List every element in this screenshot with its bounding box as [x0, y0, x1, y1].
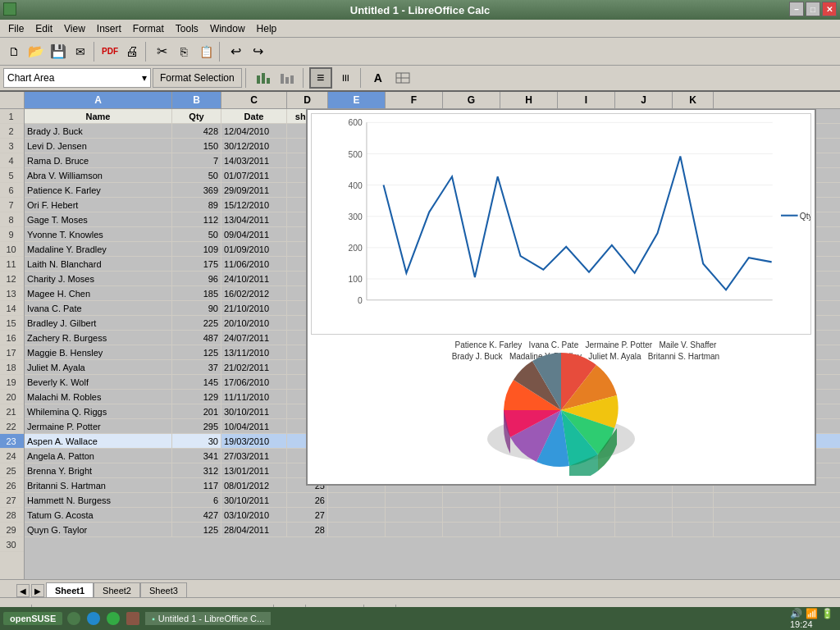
cell-qty-12[interactable]: 96: [172, 272, 221, 285]
cell-qty-9[interactable]: 50: [172, 227, 221, 241]
cell-date-13[interactable]: 16/02/2012: [221, 286, 287, 300]
network-icon[interactable]: 📶: [806, 608, 818, 619]
header-name[interactable]: Name: [25, 109, 172, 123]
header-date[interactable]: Date: [221, 109, 287, 123]
cell-qty-28[interactable]: 427: [172, 508, 221, 522]
cell-name-20[interactable]: Malachi M. Robles: [25, 390, 172, 404]
cell-name-4[interactable]: Rama D. Bruce: [25, 153, 172, 167]
chart-type-bar[interactable]: [252, 67, 275, 89]
cell-name-12[interactable]: Charity J. Moses: [25, 272, 172, 285]
menu-edit[interactable]: Edit: [30, 21, 57, 36]
close-button[interactable]: ✕: [822, 2, 837, 16]
volume-icon[interactable]: 🔊: [790, 608, 802, 619]
pdf-button[interactable]: PDF: [99, 41, 121, 62]
firefox-icon[interactable]: [67, 612, 80, 625]
minimize-button[interactable]: –: [789, 2, 804, 16]
cell-name-27[interactable]: Hammett N. Burgess: [25, 493, 172, 507]
col-header-a[interactable]: A: [25, 92, 172, 108]
window-controls[interactable]: – □ ✕: [789, 2, 837, 16]
col-header-f[interactable]: F: [386, 92, 443, 108]
cell-name-26[interactable]: Britanni S. Hartman: [25, 478, 172, 492]
cell-date-24[interactable]: 27/03/2011: [221, 449, 287, 463]
cell-qty-23[interactable]: 30: [172, 434, 221, 448]
cell-g-29[interactable]: [443, 523, 500, 536]
cell-name-21[interactable]: Whilemina Q. Riggs: [25, 404, 172, 418]
table-row[interactable]: Tatum G. Acosta 427 03/10/2010 27: [25, 508, 840, 523]
cell-e-28[interactable]: [328, 508, 386, 522]
format-selection-button[interactable]: Format Selection: [153, 68, 242, 88]
sheet-tab-2[interactable]: Sheet2: [94, 582, 140, 597]
cell-date-18[interactable]: 21/02/2011: [221, 360, 287, 374]
menu-insert[interactable]: Insert: [92, 21, 126, 36]
cell-qty-6[interactable]: 369: [172, 183, 221, 197]
cell-i-28[interactable]: [558, 508, 615, 522]
print-button[interactable]: 🖨: [121, 41, 143, 62]
chart-data-rows[interactable]: ≡: [309, 67, 332, 89]
cell-date-28[interactable]: 03/10/2010: [221, 508, 287, 522]
menu-help[interactable]: Help: [252, 21, 282, 36]
cell-qty-21[interactable]: 201: [172, 404, 221, 418]
cell-j-27[interactable]: [615, 493, 673, 507]
col-header-i[interactable]: I: [558, 92, 615, 108]
cell-date-12[interactable]: 24/10/2011: [221, 272, 287, 285]
cell-name-5[interactable]: Abra V. Williamson: [25, 168, 172, 182]
cell-f-29[interactable]: [386, 523, 443, 536]
cell-i-27[interactable]: [558, 493, 615, 507]
cell-date-27[interactable]: 30/10/2011: [221, 493, 287, 507]
cell-qty-5[interactable]: 50: [172, 168, 221, 182]
col-header-c[interactable]: C: [221, 92, 287, 108]
cell-qty-11[interactable]: 175: [172, 257, 221, 271]
cell-h-28[interactable]: [500, 508, 558, 522]
cell-name-23[interactable]: Aspen A. Wallace: [25, 434, 172, 448]
cell-name-22[interactable]: Jermaine P. Potter: [25, 419, 172, 433]
cell-date-8[interactable]: 13/04/2011: [221, 212, 287, 226]
cell-qty-27[interactable]: 6: [172, 493, 221, 507]
cell-name-24[interactable]: Angela A. Patton: [25, 449, 172, 463]
cell-date-14[interactable]: 21/10/2010: [221, 301, 287, 315]
cell-date-11[interactable]: 11/06/2010: [221, 257, 287, 271]
cell-g-28[interactable]: [443, 508, 500, 522]
browser-icon[interactable]: [87, 612, 100, 625]
cell-date-9[interactable]: 09/04/2011: [221, 227, 287, 241]
table-row[interactable]: Hammett N. Burgess 6 30/10/2011 26: [25, 493, 840, 508]
open-button[interactable]: 📂: [25, 41, 47, 62]
maximize-button[interactable]: □: [806, 2, 820, 16]
cell-qty-24[interactable]: 341: [172, 449, 221, 463]
undo-button[interactable]: ↩: [225, 41, 246, 62]
cell-date-23[interactable]: 19/03/2010: [221, 434, 287, 448]
cell-f-28[interactable]: [386, 508, 443, 522]
cell-name-25[interactable]: Brenna Y. Bright: [25, 463, 172, 477]
chart-area-select[interactable]: Chart Area ▾: [3, 68, 151, 88]
cell-j-28[interactable]: [615, 508, 673, 522]
paste-button[interactable]: 📋: [195, 41, 217, 62]
cell-date-21[interactable]: 30/10/2011: [221, 404, 287, 418]
sheet-nav-left[interactable]: ◀: [16, 584, 30, 597]
cell-qty-10[interactable]: 109: [172, 242, 221, 256]
cut-button[interactable]: ✂: [151, 41, 172, 62]
sheet-nav-right[interactable]: ▶: [31, 584, 44, 597]
cell-name-2[interactable]: Brady J. Buck: [25, 124, 172, 138]
cell-name-10[interactable]: Madaline Y. Bradley: [25, 242, 172, 256]
cell-g-27[interactable]: [443, 493, 500, 507]
menu-view[interactable]: View: [59, 21, 90, 36]
cell-qty-22[interactable]: 295: [172, 419, 221, 433]
col-header-e[interactable]: E: [328, 92, 386, 108]
cell-name-7[interactable]: Ori F. Hebert: [25, 198, 172, 212]
cell-date-19[interactable]: 17/06/2010: [221, 375, 287, 389]
copy-button[interactable]: ⎘: [173, 41, 194, 62]
files-icon[interactable]: [107, 612, 120, 625]
cell-date-3[interactable]: 30/12/2010: [221, 139, 287, 153]
menu-format[interactable]: Format: [128, 21, 169, 36]
cell-date-7[interactable]: 15/12/2010: [221, 198, 287, 212]
menu-tools[interactable]: Tools: [171, 21, 203, 36]
cell-j-29[interactable]: [615, 523, 673, 536]
col-header-j[interactable]: J: [615, 92, 673, 108]
menu-file[interactable]: File: [3, 21, 29, 36]
taskbar-app-item[interactable]: ▪ Untitled 1 - LibreOffice C...: [144, 611, 272, 626]
col-header-b[interactable]: B: [172, 92, 221, 108]
redo-button[interactable]: ↪: [247, 41, 268, 62]
cell-h-27[interactable]: [500, 493, 558, 507]
cell-name-18[interactable]: Juliet M. Ayala: [25, 360, 172, 374]
cell-name-11[interactable]: Laith N. Blanchard: [25, 257, 172, 271]
cell-qty-16[interactable]: 487: [172, 331, 221, 345]
